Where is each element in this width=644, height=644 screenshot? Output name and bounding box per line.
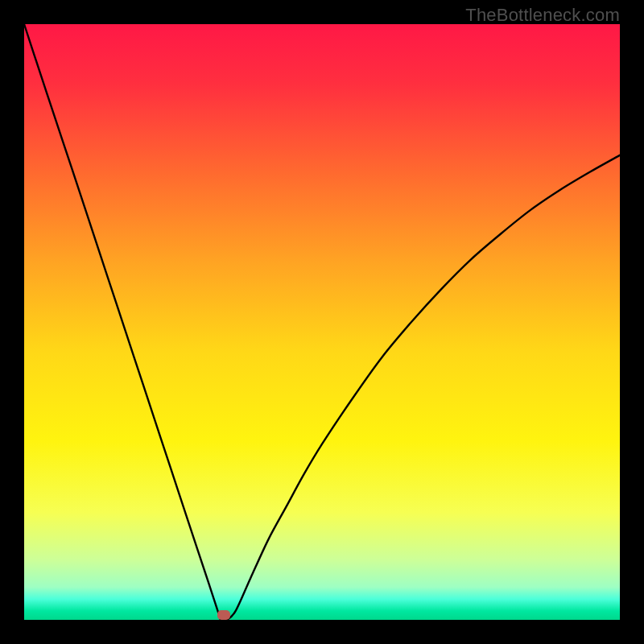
watermark-text: TheBottleneck.com [465, 5, 620, 26]
chart-frame: TheBottleneck.com [0, 0, 644, 644]
plot-area [24, 24, 620, 620]
minimum-marker [217, 610, 230, 620]
curve-line [24, 24, 620, 620]
